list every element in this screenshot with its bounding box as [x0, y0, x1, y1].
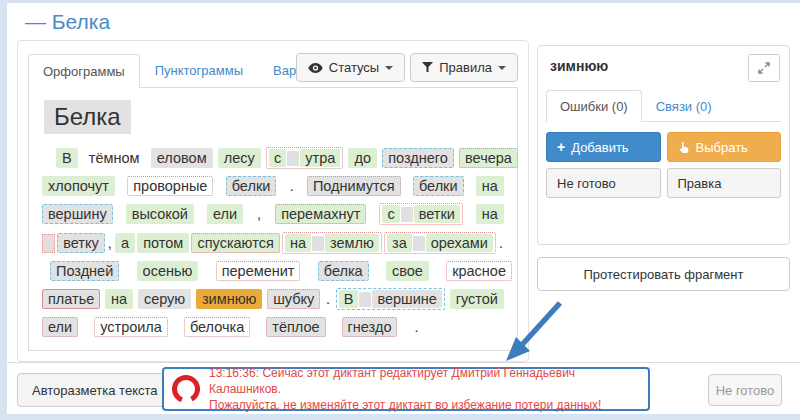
word-chip[interactable]: вершину	[42, 204, 113, 224]
word-chip[interactable]: В	[56, 148, 78, 168]
word-chip[interactable]: лесу	[218, 148, 261, 168]
word-chip[interactable]: с	[269, 149, 286, 167]
word-chip[interactable]: на	[285, 234, 311, 252]
text-line: платьенасеруюзимнююшубку.Ввершинегустой	[42, 288, 504, 310]
plus-icon: +	[557, 140, 565, 154]
expand-button[interactable]	[748, 54, 780, 82]
word-chip[interactable]: орехами	[426, 234, 493, 252]
phrase-group[interactable]: светки	[379, 203, 462, 225]
word-chip[interactable]: тёплое	[266, 317, 325, 337]
spinner-ring-icon	[170, 373, 202, 405]
tab-punktogrammy[interactable]: Пунктограммы	[140, 53, 258, 87]
rules-button[interactable]: Правила	[410, 53, 518, 82]
word-chip[interactable]: переменит	[216, 261, 301, 281]
test-fragment-label: Протестировать фрагмент	[584, 267, 744, 282]
word-chip[interactable]: густой	[450, 289, 504, 309]
phrase-group[interactable]: заорехами	[384, 232, 496, 254]
word-chip[interactable]: белочка	[184, 317, 250, 337]
test-fragment-button[interactable]: Протестировать фрагмент	[537, 257, 790, 291]
edit-lock-line2: Пожалуйста, не изменяйте этот диктант во…	[209, 397, 648, 413]
word-chip[interactable]: ели	[207, 204, 243, 224]
word-chip[interactable]: белки	[413, 176, 464, 196]
edit-lock-text: 13:16:36: Сейчас этот диктант редактируе…	[209, 365, 648, 413]
word-chip[interactable]: тёмном	[83, 148, 146, 168]
not-ready-button-label: Не готово	[557, 176, 616, 191]
space-marker[interactable]	[312, 236, 324, 251]
add-button-label: Добавить	[571, 140, 628, 155]
word-chip[interactable]: с	[382, 205, 399, 223]
word-chip[interactable]: белки	[226, 176, 277, 196]
phrase-group[interactable]: наземлю	[282, 232, 382, 254]
word-chip[interactable]: до	[348, 148, 377, 168]
word-chip[interactable]: Поздней	[50, 261, 119, 281]
word-chip[interactable]: позднего	[382, 148, 454, 168]
word-chip[interactable]: за	[387, 234, 412, 252]
footer-bar: Авторазметка текста 13:16:36: Сейчас это…	[7, 362, 800, 414]
word-chip[interactable]: серую	[138, 289, 191, 309]
word-chip[interactable]: ели	[42, 317, 78, 337]
phrase-group[interactable]: Ввершине	[336, 288, 445, 310]
word-chip[interactable]: перемахнут	[275, 204, 366, 224]
word-chip[interactable]: В	[339, 290, 359, 308]
space-marker[interactable]	[401, 207, 413, 222]
word-chip[interactable]: устроила	[94, 317, 168, 337]
word-chip[interactable]: на	[105, 289, 133, 309]
edit-button-label: Правка	[678, 176, 722, 191]
word-chip[interactable]: ветку	[57, 233, 105, 253]
word-chip[interactable]: осенью	[137, 261, 199, 281]
choose-button[interactable]: Выбрать	[667, 132, 782, 162]
statuses-button[interactable]: Статусы	[296, 53, 405, 82]
word-chip[interactable]: хлопочут	[42, 176, 115, 196]
text-line: Позднейосеньюпеременитбелкасвоекрасное	[42, 261, 512, 281]
tab-links[interactable]: Связи (0)	[642, 90, 726, 122]
word-chip[interactable]: на	[476, 204, 504, 224]
selected-word-title: зимнюю	[550, 58, 608, 74]
word-chip[interactable]: белка	[318, 261, 369, 281]
word-chip[interactable]: вершине	[372, 290, 441, 308]
statuses-button-label: Статусы	[329, 60, 379, 75]
word-chip[interactable]: землю	[325, 234, 379, 252]
word-chip[interactable]: утра	[300, 149, 340, 167]
automarkup-label: Авторазметка текста	[32, 383, 158, 398]
word-chip[interactable]: ветки	[414, 205, 460, 223]
filter-icon	[422, 62, 433, 73]
add-button[interactable]: + Добавить	[546, 132, 661, 162]
word-chip[interactable]: а	[115, 233, 135, 253]
punctuation: ,	[107, 235, 113, 251]
word-chip[interactable]: свое	[386, 261, 429, 281]
chevron-down-icon	[498, 66, 506, 70]
text-line: хлопочутпроворныебелки.Поднимутсябелкина	[42, 176, 504, 196]
word-chip[interactable]: Поднимутся	[307, 176, 401, 196]
word-chip[interactable]: гнездо	[342, 317, 398, 337]
punctuation: .	[325, 291, 331, 307]
space-marker[interactable]	[413, 236, 425, 251]
edit-lock-message: 13:16:36: Сейчас этот диктант редактируе…	[162, 367, 650, 411]
text-line: елиустроилабелочкатёплоегнездо.	[42, 317, 504, 337]
word-chip[interactable]: красное	[446, 261, 512, 281]
word-chip[interactable]: спускаются	[191, 233, 279, 253]
edit-button[interactable]: Правка	[667, 168, 782, 198]
punctuation: .	[289, 178, 295, 194]
word-chip[interactable]: вечера	[459, 148, 518, 168]
word-chip[interactable]: платье	[42, 289, 100, 309]
word-chip[interactable]: на	[476, 176, 504, 196]
space-marker[interactable]	[359, 292, 371, 307]
footer-not-ready-label: Не готово	[716, 383, 775, 398]
document-heading[interactable]: Белка	[44, 100, 131, 134]
word-chip[interactable]: потом	[137, 233, 189, 253]
word-chip[interactable]: высокой	[126, 204, 194, 224]
word-chip[interactable]: еловом	[151, 148, 213, 168]
space-marker[interactable]	[287, 151, 299, 166]
text-line: ветку,апотомспускаютсяназемлюзаорехами.	[42, 232, 504, 254]
word-chip[interactable]: шубку	[267, 289, 320, 309]
page-title: — Белка	[25, 10, 110, 34]
word-chip-selected[interactable]: зимнюю	[196, 289, 262, 309]
word-chip[interactable]: проворные	[127, 176, 213, 196]
tab-orfogrammy[interactable]: Орфограммы	[28, 54, 140, 88]
not-ready-button[interactable]: Не готово	[546, 168, 661, 198]
tab-errors[interactable]: Ошибки (0)	[546, 90, 642, 122]
footer-not-ready-button[interactable]: Не готово	[708, 374, 782, 406]
wrapped-fragment-marker[interactable]	[42, 234, 55, 253]
phrase-group[interactable]: сутра	[266, 147, 343, 169]
punctuation: .	[498, 235, 504, 251]
